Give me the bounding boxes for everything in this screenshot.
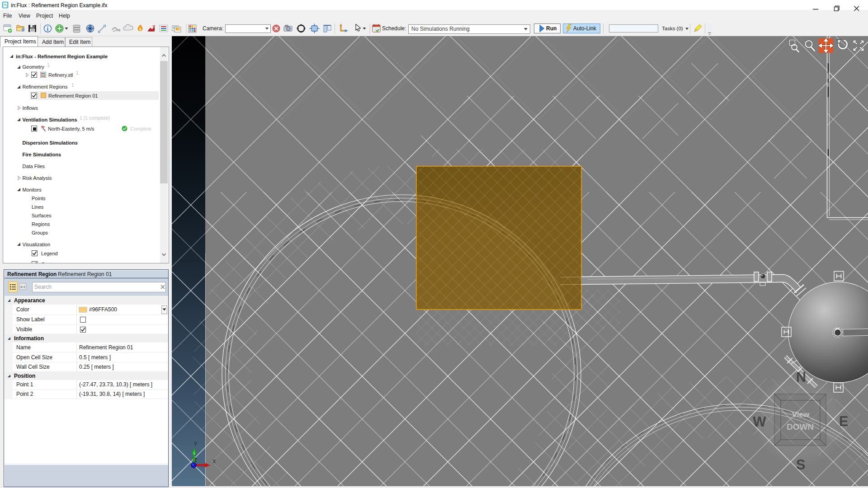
- svg-text:S: S: [796, 457, 806, 473]
- svg-text:DOWN: DOWN: [787, 422, 814, 432]
- svg-text:N: N: [796, 369, 806, 385]
- svg-text:X: X: [212, 459, 216, 464]
- svg-text:a·z: a·z: [20, 285, 25, 289]
- svg-text:W: W: [753, 414, 766, 430]
- svg-text:E: E: [839, 413, 849, 429]
- svg-text:Y: Y: [194, 441, 198, 446]
- svg-text:View: View: [792, 410, 810, 419]
- svg-text:Z: Z: [194, 457, 198, 463]
